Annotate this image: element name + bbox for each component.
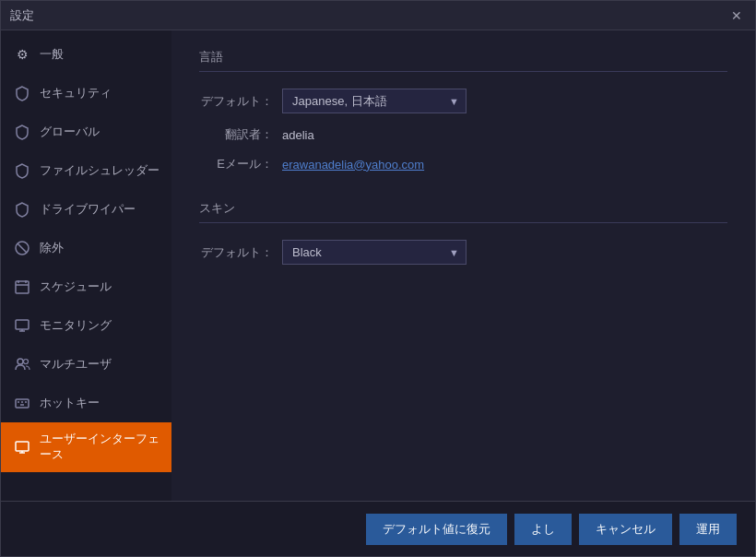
translator-row: 翻訳者： adelia [199,126,727,143]
svg-point-10 [24,360,29,364]
skin-select-wrapper: Black White Blue ▼ [282,240,467,265]
apply-button[interactable]: 運用 [679,514,737,545]
skin-select[interactable]: Black White Blue [282,240,467,265]
svg-rect-11 [16,399,29,408]
sidebar-item-label: スケジュール [40,279,112,295]
sidebar-item-fileshredder[interactable]: ファイルシュレッダー [1,151,171,190]
sidebar-item-label: セキュリティ [40,86,112,101]
drivewiper-icon [12,199,32,219]
dialog-footer: デフォルト値に復元 よし キャンセル 運用 [1,501,755,556]
language-default-label: デフォルト： [199,93,273,110]
close-button[interactable]: ✕ [727,6,746,25]
sidebar-item-drivewiper[interactable]: ドライブワイパー [1,190,171,229]
sidebar-item-multiuser[interactable]: マルチユーザ [1,345,171,384]
sidebar-item-security[interactable]: セキュリティ [1,74,171,113]
sidebar-item-schedule[interactable]: スケジュール [1,267,171,306]
language-header: 言語 [199,49,727,72]
svg-rect-6 [16,320,29,329]
sidebar-item-label: 除外 [40,241,64,256]
sidebar-item-label: ユーザーインターフェース [40,432,160,463]
sidebar: ⚙ 一般 セキュリティ グローバル [1,30,171,501]
sidebar-item-monitoring[interactable]: モニタリング [1,306,171,345]
skin-default-row: デフォルト： Black White Blue ▼ [199,240,727,265]
email-row: Eメール： erawanadelia@yahoo.com [199,156,727,172]
sidebar-item-label: マルチユーザ [40,357,112,373]
skin-header: スキン [199,200,727,223]
sidebar-item-ui[interactable]: ユーザーインターフェース [1,422,171,472]
language-default-row: デフォルト： Japanese, 日本語 English Chinese ▼ [199,89,727,113]
sidebar-item-exclusions[interactable]: 除外 [1,229,171,267]
sidebar-item-hotkeys[interactable]: ホットキー [1,384,171,422]
gear-icon: ⚙ [12,44,32,65]
ok-button[interactable]: よし [514,514,572,545]
exclusion-icon [12,238,32,258]
svg-line-1 [18,243,27,253]
svg-rect-2 [16,281,29,293]
sidebar-item-global[interactable]: グローバル [1,113,171,151]
sidebar-item-label: 一般 [40,47,64,63]
language-select-wrapper: Japanese, 日本語 English Chinese ▼ [282,89,467,113]
sidebar-item-label: ファイルシュレッダー [40,163,159,179]
ui-icon [12,437,32,457]
dialog-title: 設定 [10,7,34,24]
skin-section: スキン デフォルト： Black White Blue ▼ [199,200,727,265]
global-shield-icon [12,122,32,142]
skin-default-label: デフォルト： [199,244,273,261]
title-bar: 設定 ✕ [1,1,755,30]
main-content: ⚙ 一般 セキュリティ グローバル [1,30,755,501]
translator-label: 翻訳者： [199,126,273,143]
sidebar-item-general[interactable]: ⚙ 一般 [1,35,171,74]
email-link[interactable]: erawanadelia@yahoo.com [282,158,424,172]
settings-dialog: 設定 ✕ ⚙ 一般 セキュリティ [0,0,756,557]
cancel-button[interactable]: キャンセル [579,514,672,545]
keyboard-icon [12,393,32,413]
language-section: 言語 デフォルト： Japanese, 日本語 English Chinese … [199,49,727,172]
sidebar-item-label: グローバル [40,124,100,140]
restore-defaults-button[interactable]: デフォルト値に復元 [366,514,507,545]
email-label: Eメール： [199,156,273,172]
svg-point-9 [18,359,23,364]
sidebar-item-label: ホットキー [40,396,100,411]
schedule-icon [12,277,32,297]
fileshredder-icon [12,160,32,181]
svg-rect-16 [16,442,29,451]
content-area: 言語 デフォルト： Japanese, 日本語 English Chinese … [171,30,755,501]
translator-value: adelia [282,128,314,142]
multiuser-icon [12,354,32,374]
sidebar-item-label: ドライブワイパー [40,202,136,218]
language-select[interactable]: Japanese, 日本語 English Chinese [282,89,467,113]
sidebar-item-label: モニタリング [40,318,112,334]
shield-icon [12,83,32,103]
monitor-icon [12,315,32,336]
